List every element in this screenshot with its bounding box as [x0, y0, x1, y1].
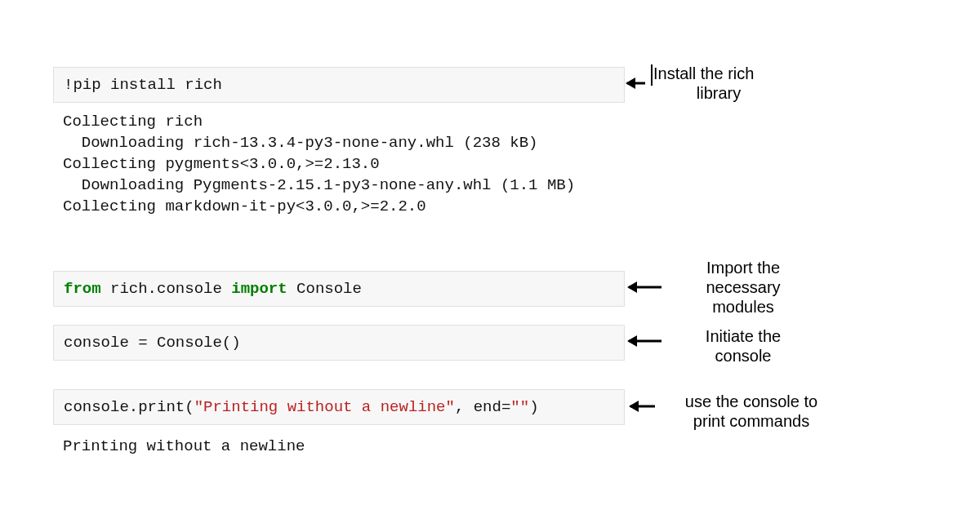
- annotation-use-console: use the console to print commands: [670, 392, 833, 431]
- arrow-tail-bar: [651, 64, 653, 86]
- code-token: Console: [287, 280, 362, 298]
- code-token: (: [185, 398, 194, 416]
- output-pip-install: Collecting rich Downloading rich-13.3.4-…: [53, 108, 625, 220]
- code-token: =: [501, 398, 510, 416]
- code-token: print: [138, 398, 185, 416]
- annotation-install: Install the rich library: [653, 64, 784, 103]
- code-token: !pip install rich: [64, 76, 222, 94]
- tutorial-diagram: !pip install rich Collecting rich Downlo…: [0, 0, 980, 514]
- code-token: =: [138, 334, 147, 352]
- code-token: console: [64, 334, 138, 352]
- annotation-text: necessary: [706, 278, 780, 296]
- code-token: , end: [455, 398, 501, 416]
- annotation-text: print commands: [693, 412, 809, 430]
- annotation-text: modules: [712, 298, 774, 316]
- code-cell-import: from rich.console import Console: [53, 271, 625, 307]
- code-token: rich.console: [101, 280, 232, 298]
- code-token: import: [231, 280, 287, 298]
- code-token: "": [510, 398, 529, 416]
- code-token: Console(): [148, 334, 241, 352]
- output-print: Printing without a newline: [53, 432, 625, 460]
- annotation-text: library: [653, 83, 784, 103]
- code-cell-print: console.print("Printing without a newlin…: [53, 389, 625, 425]
- annotation-text: Import the: [706, 259, 780, 277]
- annotation-text: Install the rich: [653, 64, 754, 82]
- code-token: console.: [64, 398, 138, 416]
- annotation-import: Import the necessary modules: [686, 258, 800, 317]
- annotation-initiate: Initiate the console: [686, 326, 800, 366]
- code-token: from: [64, 280, 101, 298]
- annotation-text: Initiate the: [706, 327, 781, 345]
- code-cell-pip-install: !pip install rich: [53, 67, 625, 103]
- annotation-text: use the console to: [685, 392, 817, 410]
- code-cell-initiate: console = Console(): [53, 325, 625, 361]
- code-token: ): [529, 398, 538, 416]
- code-token: "Printing without a newline": [194, 398, 455, 416]
- annotation-text: console: [715, 347, 772, 365]
